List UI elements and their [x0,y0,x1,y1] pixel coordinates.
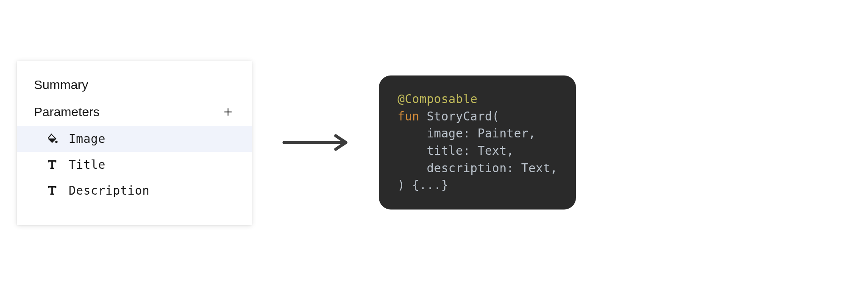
add-parameter-button[interactable] [221,105,235,119]
code-param-line: title: Text, [398,144,514,158]
param-label: Description [69,184,150,198]
parameters-header: Parameters [17,105,252,119]
code-annotation: @Composable [398,92,478,106]
text-icon [46,158,58,171]
code-keyword-fun: fun [398,109,419,123]
param-label: Image [69,132,106,146]
paint-bucket-icon [46,132,58,145]
arrow-right-icon [281,134,349,151]
parameters-title: Parameters [34,105,100,119]
text-icon [46,184,58,197]
arrow [281,134,349,151]
code-param-line: description: Text, [398,161,557,175]
summary-heading[interactable]: Summary [17,78,252,92]
param-item-title[interactable]: Title [17,152,252,178]
param-label: Title [69,158,106,172]
code-close-line: ) {...} [398,178,448,192]
svg-point-2 [55,141,58,143]
param-item-description[interactable]: Description [17,178,252,204]
plus-icon [223,106,234,117]
code-func-name: StoryCard( [419,109,499,123]
code-param-line: image: Painter, [398,126,536,140]
code-block: @Composable fun StoryCard( image: Painte… [379,75,576,210]
parameters-panel: Summary Parameters Image Title [17,61,252,225]
param-item-image[interactable]: Image [17,126,252,152]
